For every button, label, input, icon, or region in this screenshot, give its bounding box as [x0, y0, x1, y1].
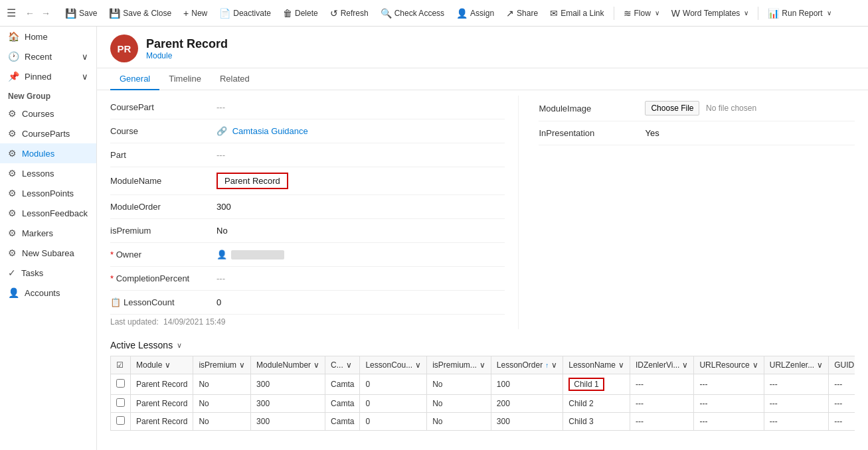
sidebar-item-pinned[interactable]: 📌 Pinned ∨: [0, 66, 96, 86]
tab-related[interactable]: Related: [211, 68, 259, 90]
col-header-c[interactable]: C...∨: [325, 356, 360, 374]
deactivate-button[interactable]: 📄 Deactivate: [214, 5, 276, 21]
content-area: PR Parent Record Module General Timeline…: [97, 27, 868, 450]
pinned-chevron-icon: ∨: [82, 72, 88, 82]
sidebar-item-modules[interactable]: ⚙ Modules: [0, 143, 96, 163]
sidebar-courses-label: Courses: [22, 109, 54, 119]
part-label: Part: [110, 150, 217, 160]
table-row[interactable]: Parent Record No 300 Camta 0 No 300 Chil…: [111, 413, 855, 431]
form-right-col: ModuleImage Choose File No file chosen I…: [519, 96, 855, 329]
tab-general[interactable]: General: [110, 68, 159, 90]
last-updated-label: Last updated:: [110, 317, 159, 327]
urlzenler-sort-icon: ∨: [817, 360, 823, 370]
sidebar-item-markers[interactable]: ⚙ Markers: [0, 223, 96, 243]
delete-button[interactable]: 🗑 Delete: [278, 5, 323, 21]
row-idzenlervi: ---: [630, 395, 693, 413]
sidebar-item-lessonfeedback[interactable]: ⚙ LessonFeedback: [0, 203, 96, 223]
col-header-urlzenler[interactable]: URLZenler...∨: [764, 356, 828, 374]
lesson-name-highlighted: Child 1: [568, 378, 604, 391]
row-lessonorder: 100: [491, 374, 563, 395]
row-c: Camta: [325, 413, 360, 431]
table-row[interactable]: Parent Record No 300 Camta 0 No 100 Chil…: [111, 374, 855, 395]
col-header-lessoncou[interactable]: LessonCou...∨: [360, 356, 427, 374]
row-ispremium: No: [193, 395, 251, 413]
flow-button[interactable]: ≋ Flow ∨: [618, 5, 665, 21]
check-access-icon: 🔍: [381, 8, 392, 19]
sidebar-item-tasks[interactable]: ✓ Tasks: [0, 263, 96, 283]
word-templates-icon: W: [671, 8, 680, 19]
sidebar-item-lessonpoints[interactable]: ⚙ LessonPoints: [0, 183, 96, 203]
flow-dropdown-arrow: ∨: [655, 9, 659, 17]
email-link-button[interactable]: ✉ Email a Link: [545, 5, 609, 21]
col-header-lessonname[interactable]: LessonName∨: [563, 356, 630, 374]
lessonorder-sort-icon: ↑: [545, 362, 549, 369]
row-module: Parent Record: [131, 374, 193, 395]
form-row-course: Course 🔗 Camtasia Guidance: [110, 119, 505, 143]
row-checkbox[interactable]: [111, 374, 131, 395]
new-button[interactable]: + New: [178, 5, 213, 21]
col-header-lessonorder[interactable]: LessonOrder↑∨: [491, 356, 563, 374]
refresh-button[interactable]: ↺ Refresh: [325, 5, 374, 21]
col-header-guidstrea[interactable]: GUIDStrea...∨: [829, 356, 855, 374]
col-header-ispremium2[interactable]: isPremium...∨: [427, 356, 491, 374]
sidebar-item-courses[interactable]: ⚙ Courses: [0, 104, 96, 123]
row-urlresource: ---: [694, 395, 764, 413]
sidebar-pinned-label: Pinned: [25, 72, 51, 82]
lessons-table-body: Parent Record No 300 Camta 0 No 100 Chil…: [111, 374, 855, 431]
ispremium-value: No: [217, 226, 505, 236]
choose-file-button[interactable]: Choose File: [645, 101, 699, 115]
recent-icon: 🕐: [8, 51, 19, 62]
hamburger-menu[interactable]: ☰: [7, 7, 16, 19]
course-value[interactable]: 🔗 Camtasia Guidance: [217, 126, 505, 136]
row-checkbox[interactable]: [111, 413, 131, 431]
sidebar-item-home[interactable]: 🏠 Home: [0, 27, 96, 46]
share-button[interactable]: ↗ Share: [501, 5, 543, 21]
active-lessons-expand-icon[interactable]: ∨: [177, 341, 182, 350]
sidebar-item-accounts[interactable]: 👤 Accounts: [0, 283, 96, 303]
form-area: CoursePart --- Course 🔗 Camtasia Guidanc…: [97, 90, 868, 450]
row-checkbox-input[interactable]: [116, 416, 125, 425]
sidebar: 🏠 Home 🕐 Recent ∨ 📌 Pinned ∨ New Group ⚙…: [0, 27, 97, 450]
sidebar-item-lessons[interactable]: ⚙ Lessons: [0, 163, 96, 183]
courses-icon: ⚙: [8, 108, 17, 119]
col-header-urlresource[interactable]: URLResource∨: [694, 356, 764, 374]
modulename-value[interactable]: Parent Record: [217, 173, 505, 189]
tab-timeline[interactable]: Timeline: [159, 68, 211, 90]
sidebar-recent-label: Recent: [25, 52, 52, 62]
row-checkbox-input[interactable]: [116, 379, 125, 388]
modules-icon: ⚙: [8, 148, 17, 159]
form-row-moduleorder: ModuleOrder 300: [110, 195, 505, 219]
row-checkbox[interactable]: [111, 395, 131, 413]
row-module: Parent Record: [131, 395, 193, 413]
home-icon: 🏠: [8, 31, 19, 42]
sidebar-item-courseparts[interactable]: ⚙ CourseParts: [0, 123, 96, 143]
moduleimage-value: Choose File No file chosen: [645, 101, 855, 115]
table-row[interactable]: Parent Record No 300 Camta 0 No 200 Chil…: [111, 395, 855, 413]
ispremium-label: isPremium: [110, 226, 217, 236]
row-idzenlervi: ---: [630, 413, 693, 431]
row-lessoncou: 0: [360, 413, 427, 431]
sidebar-item-new-subarea[interactable]: ⚙ New Subarea: [0, 243, 96, 263]
record-info: Parent Record Module: [146, 37, 228, 60]
save-button[interactable]: 💾 Save: [60, 5, 102, 21]
col-header-idzenlervi[interactable]: IDZenlerVi...∨: [630, 356, 693, 374]
sidebar-home-label: Home: [25, 32, 48, 42]
run-report-button[interactable]: 📊 Run Report ∨: [762, 5, 836, 21]
col-header-modulenumber[interactable]: ModuleNumber∨: [251, 356, 325, 374]
completionpercent-label: CompletionPercent: [110, 273, 217, 283]
col-header-module[interactable]: Module∨: [131, 356, 193, 374]
owner-value: 👤: [217, 250, 505, 260]
row-modulenumber: 300: [251, 413, 325, 431]
check-access-button[interactable]: 🔍 Check Access: [375, 5, 450, 21]
sidebar-item-recent[interactable]: 🕐 Recent ∨: [0, 46, 96, 66]
row-checkbox-input[interactable]: [116, 398, 125, 407]
assign-button[interactable]: 👤 Assign: [451, 5, 499, 21]
refresh-icon: ↺: [330, 8, 338, 19]
nav-back-button[interactable]: ←: [23, 7, 37, 20]
save-close-icon: 💾: [109, 8, 120, 19]
col-header-check[interactable]: ☑: [111, 356, 131, 374]
nav-forward-button[interactable]: →: [39, 7, 53, 20]
col-header-ispremium[interactable]: isPremium∨: [193, 356, 251, 374]
word-templates-button[interactable]: W Word Templates ∨: [666, 5, 754, 21]
save-close-button[interactable]: 💾 Save & Close: [104, 5, 177, 21]
